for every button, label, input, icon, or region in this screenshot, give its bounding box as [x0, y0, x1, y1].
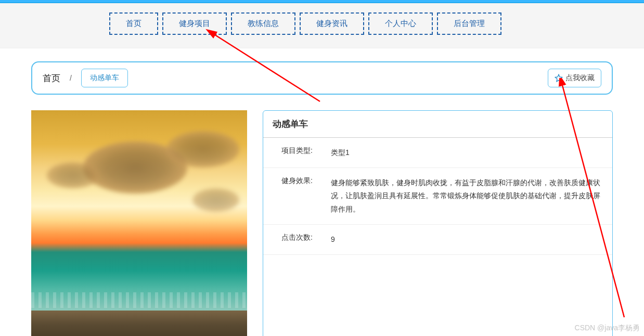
nav-personal-center[interactable]: 个人中心 [368, 12, 433, 35]
detail-title: 动感单车 [263, 111, 612, 138]
breadcrumb-separator: / [70, 74, 72, 82]
breadcrumb-home[interactable]: 首页 [43, 72, 60, 84]
detail-label: 健身效果: [263, 176, 331, 216]
project-image [31, 110, 247, 336]
nav-home[interactable]: 首页 [109, 12, 158, 35]
breadcrumb-bar: 首页 / 动感单车 点我收藏 [31, 61, 613, 95]
favorite-button[interactable]: 点我收藏 [548, 69, 601, 87]
breadcrumb-current[interactable]: 动感单车 [81, 69, 128, 87]
detail-panel: 动感单车 项目类型: 类型1 健身效果: 健身能够紧致肌肤，健身时肌肉收拢，有益… [263, 110, 613, 336]
favorite-label: 点我收藏 [565, 73, 595, 83]
main-nav: 首页 健身项目 教练信息 健身资讯 个人中心 后台管理 [0, 3, 644, 48]
detail-value: 类型1 [331, 146, 612, 159]
detail-label: 点击次数: [263, 233, 331, 246]
detail-value: 9 [331, 233, 612, 246]
detail-value: 健身能够紧致肌肤，健身时肌肉收拢，有益于皮脂腺和汗腺的代谢，改善肤质健康状况，让… [331, 176, 612, 216]
detail-label: 项目类型: [263, 146, 331, 159]
detail-row-type: 项目类型: 类型1 [263, 138, 612, 168]
nav-fitness-news[interactable]: 健身资讯 [300, 12, 364, 35]
star-icon [555, 74, 563, 82]
nav-coach-info[interactable]: 教练信息 [231, 12, 295, 35]
watermark: CSDN @java李杨勇 [575, 324, 640, 333]
nav-admin[interactable]: 后台管理 [437, 12, 501, 35]
detail-row-clicks: 点击次数: 9 [263, 225, 612, 255]
nav-fitness-projects[interactable]: 健身项目 [162, 12, 227, 35]
detail-row-effect: 健身效果: 健身能够紧致肌肤，健身时肌肉收拢，有益于皮脂腺和汗腺的代谢，改善肤质… [263, 168, 612, 225]
